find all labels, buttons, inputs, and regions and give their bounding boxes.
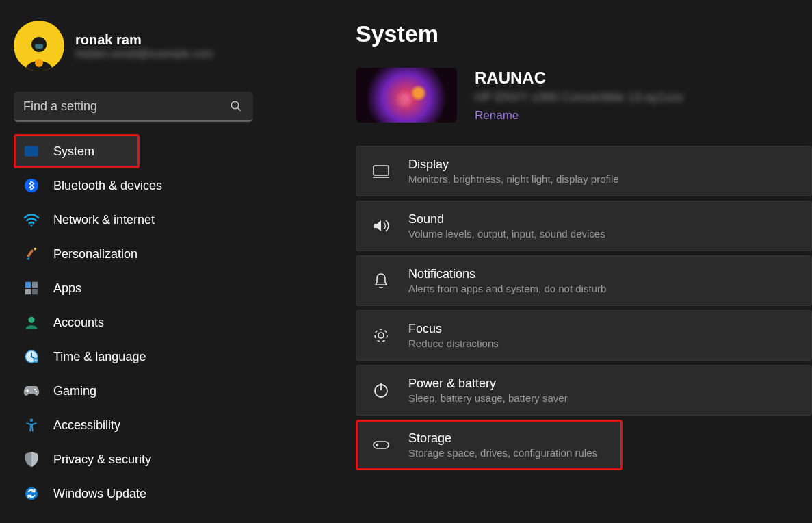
sidebar-item-label: Windows Update (53, 487, 146, 501)
accessibility-icon (23, 417, 40, 433)
svg-point-19 (36, 391, 38, 393)
sidebar-item-accounts[interactable]: Accounts (14, 305, 253, 340)
sidebar-item-network[interactable]: Network & internet (14, 203, 253, 237)
sidebar-item-label: Bluetooth & devices (53, 179, 162, 193)
storage-icon (371, 435, 391, 455)
sidebar-item-label: Time & language (53, 350, 146, 364)
gaming-icon (23, 383, 40, 399)
user-email: hidden.email@example.com (75, 48, 213, 60)
svg-rect-6 (25, 146, 38, 157)
sidebar-item-label: Accessibility (53, 418, 120, 433)
svg-point-15 (28, 317, 34, 323)
sidebar-item-gaming[interactable]: Gaming (14, 374, 253, 408)
sound-icon (371, 216, 391, 235)
sidebar-item-label: Personalization (53, 247, 137, 262)
card-desc: Reduce distractions (408, 337, 499, 349)
card-focus[interactable]: Focus Reduce distractions (356, 310, 812, 361)
search-icon (230, 100, 242, 115)
user-name: ronak ram (75, 31, 213, 48)
card-display[interactable]: Display Monitors, brightness, night ligh… (356, 146, 812, 196)
sidebar-item-label: Accounts (53, 316, 104, 330)
card-desc: Monitors, brightness, night light, displ… (408, 173, 619, 185)
svg-rect-12 (32, 282, 38, 288)
svg-point-21 (25, 487, 38, 500)
card-title: Focus (408, 322, 499, 336)
sidebar-item-personalization[interactable]: Personalization (14, 237, 253, 271)
svg-point-25 (375, 329, 387, 342)
profile-text: ronak ram hidden.email@example.com (75, 31, 213, 60)
main-panel: System RAUNAC HP ENVY x360 Convertible 1… (267, 0, 812, 523)
page-title: System (356, 21, 812, 47)
card-text: Storage Storage space, drives, configura… (408, 431, 597, 459)
update-icon (23, 485, 40, 502)
svg-point-18 (34, 389, 36, 391)
user-profile[interactable]: ronak ram hidden.email@example.com (14, 21, 253, 71)
card-text: Power & battery Sleep, battery usage, ba… (408, 377, 568, 404)
card-title: Sound (408, 212, 605, 227)
svg-rect-22 (374, 166, 389, 175)
card-text: Sound Volume levels, output, input, soun… (408, 212, 605, 240)
notification-icon (371, 271, 391, 290)
svg-point-24 (378, 333, 384, 338)
settings-cards: Display Monitors, brightness, night ligh… (356, 146, 812, 470)
search-input[interactable] (14, 92, 253, 122)
card-text: Display Monitors, brightness, night ligh… (408, 157, 619, 185)
card-desc: Sleep, battery usage, battery saver (408, 392, 568, 404)
card-desc: Alerts from apps and system, do not dist… (408, 283, 606, 294)
svg-point-29 (376, 444, 378, 446)
card-notifications[interactable]: Notifications Alerts from apps and syste… (356, 255, 812, 306)
svg-point-3 (231, 101, 239, 109)
sidebar-item-label: Network & internet (53, 213, 155, 227)
clock-icon (23, 348, 40, 365)
accounts-icon (23, 314, 40, 331)
card-desc: Storage space, drives, configuration rul… (408, 447, 597, 459)
apps-icon (23, 280, 40, 296)
focus-icon (371, 326, 391, 345)
card-power[interactable]: Power & battery Sleep, battery usage, ba… (356, 365, 812, 416)
sidebar-item-apps[interactable]: Apps (14, 271, 253, 305)
svg-line-4 (238, 108, 241, 111)
sidebar-item-update[interactable]: Windows Update (14, 476, 253, 511)
card-desc: Volume levels, output, input, sound devi… (408, 228, 605, 240)
sidebar-item-label: Apps (53, 281, 81, 296)
rename-link[interactable]: Rename (475, 109, 519, 123)
card-title: Notifications (408, 267, 606, 281)
avatar-illustration (18, 30, 60, 71)
shield-icon (23, 451, 40, 468)
sidebar-item-label: Privacy & security (53, 452, 151, 467)
sidebar-item-time[interactable]: Time & language (14, 340, 253, 374)
system-icon (23, 143, 40, 160)
card-text: Notifications Alerts from apps and syste… (408, 267, 606, 294)
device-info: RAUNAC HP ENVY x360 Convertible 13-ay1xx… (475, 68, 684, 123)
sidebar-item-accessibility[interactable]: Accessibility (14, 408, 253, 442)
svg-rect-9 (27, 249, 34, 258)
card-title: Display (408, 157, 619, 172)
card-sound[interactable]: Sound Volume levels, output, input, soun… (356, 201, 812, 251)
display-icon (371, 162, 391, 181)
card-title: Storage (408, 431, 597, 446)
device-summary: RAUNAC HP ENVY x360 Convertible 13-ay1xx… (356, 68, 812, 123)
svg-rect-13 (25, 289, 31, 294)
device-name: RAUNAC (475, 68, 684, 88)
svg-point-8 (30, 224, 32, 226)
card-title: Power & battery (408, 377, 568, 391)
bluetooth-icon (23, 177, 40, 194)
wifi-icon (23, 212, 40, 228)
sidebar-item-bluetooth[interactable]: Bluetooth & devices (14, 168, 253, 203)
nav-list: System Bluetooth & devices Network & int… (14, 134, 253, 511)
paintbrush-icon (23, 246, 40, 262)
svg-point-20 (30, 418, 34, 422)
device-thumbnail[interactable] (356, 68, 457, 123)
svg-point-10 (34, 248, 37, 251)
svg-point-2 (35, 59, 43, 67)
sidebar-item-privacy[interactable]: Privacy & security (14, 442, 253, 476)
sidebar-item-label: Gaming (53, 384, 96, 398)
device-model: HP ENVY x360 Convertible 13-ay1xxx (475, 90, 684, 105)
avatar (14, 21, 64, 71)
settings-sidebar: ronak ram hidden.email@example.com Syste… (0, 0, 267, 523)
svg-rect-11 (25, 282, 31, 288)
sidebar-item-system[interactable]: System (14, 134, 140, 168)
sidebar-item-label: System (53, 144, 94, 159)
power-icon (371, 381, 391, 400)
card-storage[interactable]: Storage Storage space, drives, configura… (356, 420, 623, 470)
